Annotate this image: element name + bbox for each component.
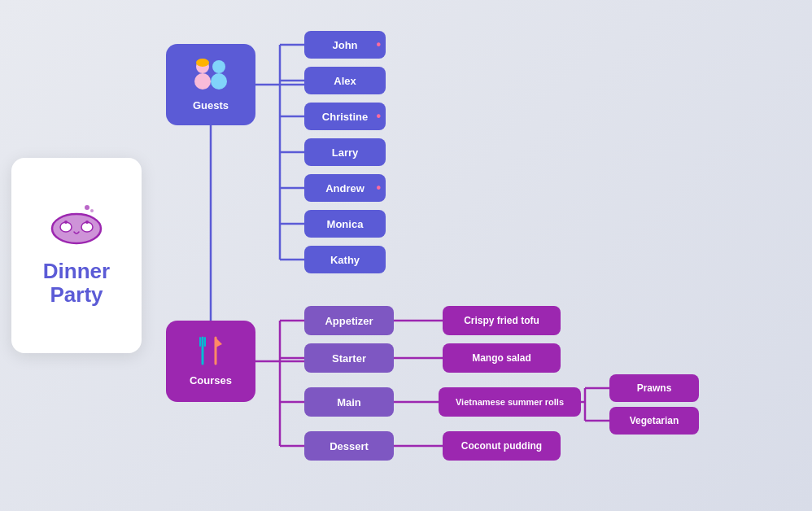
guest-larry-label: Larry — [332, 146, 359, 159]
guests-label: Guests — [193, 99, 229, 111]
course-main: Main — [304, 387, 394, 417]
dish-mango-salad-label: Mango salad — [472, 352, 531, 364]
main-container: Dinner Party — [11, 11, 801, 500]
guest-kathy: Kathy — [304, 246, 386, 273]
guests-icon — [186, 59, 235, 96]
course-appetizer: Appetizer — [304, 306, 394, 335]
course-dessert: Dessert — [304, 431, 394, 461]
guest-kathy-label: Kathy — [330, 254, 360, 266]
dish-coconut-pudding: Coconut pudding — [443, 431, 561, 461]
dish-summer-rolls: Vietnamese summer rolls — [439, 387, 581, 417]
sub-prawns: Prawns — [609, 374, 699, 402]
svg-point-37 — [211, 73, 227, 90]
mask-icon — [48, 204, 105, 251]
guest-monica: Monica — [304, 210, 386, 238]
guest-christine-label: Christine — [322, 111, 368, 123]
course-starter: Starter — [304, 343, 394, 373]
guest-christine: Christine — [304, 103, 386, 130]
courses-label: Courses — [190, 374, 232, 387]
dinner-party-card: Dinner Party — [11, 158, 142, 353]
svg-point-1 — [90, 209, 94, 212]
tree-container: Guests John Alex Christine Larry Andrew … — [150, 20, 801, 491]
guests-node: Guests — [166, 44, 255, 125]
sub-vegetarian: Vegetarian — [609, 407, 699, 435]
svg-point-0 — [85, 205, 89, 210]
guest-alex-label: Alex — [334, 75, 356, 87]
guest-larry: Larry — [304, 138, 386, 166]
guest-john-label: John — [332, 39, 357, 51]
svg-point-9 — [85, 221, 89, 224]
dish-crispy-tofu-label: Crispy fried tofu — [464, 315, 539, 326]
guest-monica-label: Monica — [327, 218, 364, 230]
dish-summer-rolls-label: Vietnamese summer rolls — [456, 397, 564, 407]
sub-prawns-label: Prawns — [637, 382, 672, 394]
svg-point-35 — [194, 73, 211, 90]
dish-mango-salad: Mango salad — [443, 343, 561, 373]
guest-john: John — [304, 31, 386, 59]
svg-point-38 — [196, 59, 209, 67]
svg-point-36 — [212, 60, 225, 73]
dish-crispy-tofu: Crispy fried tofu — [443, 306, 561, 335]
guest-alex: Alex — [304, 67, 386, 94]
courses-icon — [193, 336, 229, 371]
courses-node: Courses — [166, 321, 255, 402]
guest-andrew-label: Andrew — [325, 182, 365, 194]
sub-vegetarian-label: Vegetarian — [630, 415, 679, 426]
guest-andrew: Andrew — [304, 174, 386, 202]
dinner-party-title: Dinner Party — [43, 260, 110, 306]
svg-point-8 — [64, 221, 68, 224]
dish-coconut-pudding-label: Coconut pudding — [461, 440, 542, 452]
